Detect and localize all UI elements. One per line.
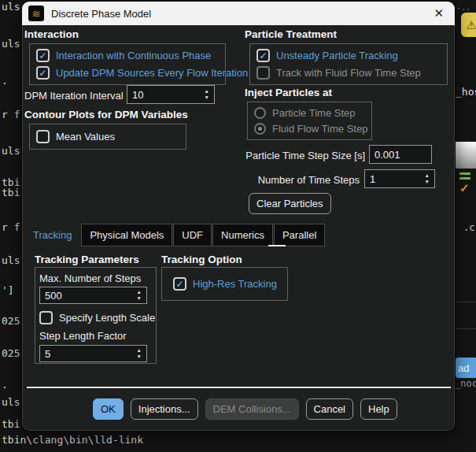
console-fragment: _noc <box>455 378 476 389</box>
checkbox-update-dpm-sources[interactable]: ✓ Update DPM Sources Every Flow Iteratio… <box>36 66 219 80</box>
console-fragment: tbi <box>2 418 20 430</box>
orange-check-icon: ✓ <box>459 182 475 194</box>
console-fragment: '] <box>2 284 14 296</box>
dialog-titlebar[interactable]: ≋ Discrete Phase Model ✕ <box>22 2 455 25</box>
warning-badge[interactable]: ⚠ <box>461 13 476 37</box>
injections-button[interactable]: Injections... <box>131 398 198 420</box>
dialog-title: Discrete Phase Model <box>51 8 151 20</box>
spinner-down-icon[interactable]: ▼ <box>205 95 209 101</box>
console-fragment: r f <box>2 109 20 120</box>
step-length-factor-label: Step Length Factor <box>39 330 152 342</box>
console-fragment: .c <box>463 222 474 233</box>
footer-buttons: OK Injections... DEM Collisions... Cance… <box>23 398 454 420</box>
tracking-parameters-header: Tracking Parameters <box>35 254 139 265</box>
interaction-header: Interaction <box>24 28 79 40</box>
warning-icon: ⚠ <box>467 19 476 31</box>
checkmark-icon: ✓ <box>39 69 46 78</box>
spinner-down-icon[interactable]: ▼ <box>137 354 142 360</box>
console-fragment: . <box>2 379 8 391</box>
tracking-option-groupbox: ✓ High-Res Tracking <box>161 267 288 301</box>
checkmark-icon: ✓ <box>259 51 267 61</box>
particle-time-step-size-label: Particle Time Step Size [s] <box>239 150 365 161</box>
console-fragment: . <box>2 75 8 87</box>
max-number-of-steps-stepper[interactable]: 500 ▲ ▼ <box>39 287 147 304</box>
checkbox-specify-length-scale[interactable]: Specify Length Scale <box>39 311 152 324</box>
particle-time-step-size-input[interactable]: 0.001 <box>369 145 432 164</box>
console-fragment: tbi <box>2 187 20 198</box>
checkmark-icon: ✓ <box>39 51 46 61</box>
console-fragment: 025 <box>2 315 20 327</box>
tab-tracking[interactable]: Tracking <box>24 224 80 246</box>
checkbox-track-fluid-flow-time-step[interactable]: Track with Fluid Flow Time Step <box>256 66 441 80</box>
tab-parallel[interactable]: Parallel <box>274 224 325 246</box>
clear-particles-button[interactable]: Clear Particles <box>249 193 331 214</box>
inject-groupbox: Particle Time Step Fluid Flow Time Step <box>247 102 372 140</box>
console-fragment: uls <box>2 145 20 157</box>
console-fragment: _hos <box>456 86 476 98</box>
tab-physical-models[interactable]: Physical Models <box>81 224 172 246</box>
spinner-down-icon[interactable]: ▼ <box>425 180 430 185</box>
number-of-time-steps-stepper[interactable]: 1 ▲ ▼ <box>364 169 435 188</box>
load-button-fragment[interactable]: ad <box>455 358 476 378</box>
divider <box>455 328 476 329</box>
close-icon[interactable]: ✕ <box>432 6 445 20</box>
task-list-icon: ✓ <box>459 172 475 194</box>
spinner-up-icon[interactable]: ▲ <box>137 290 142 295</box>
checkbox-mean-values[interactable]: Mean Values <box>36 130 179 143</box>
tab-bar: Tracking Physical Models UDF Numerics Pa… <box>24 224 326 246</box>
contour-groupbox: Mean Values <box>29 124 186 150</box>
particle-treatment-groupbox: ✓ Unsteady Particle Tracking Track with … <box>249 43 448 85</box>
interaction-groupbox: ✓ Interaction with Continuous Phase ✓ Up… <box>29 43 226 85</box>
console-fragment: r f <box>2 221 20 233</box>
footer-separator <box>27 387 451 388</box>
checkmark-icon: ✓ <box>175 280 183 289</box>
dialog-body: Interaction ✓ Interaction with Continuou… <box>22 25 455 431</box>
dpm-iteration-interval-stepper[interactable]: 10 ▲ ▼ <box>127 85 215 104</box>
discrete-phase-model-dialog: ≋ Discrete Phase Model ✕ Interaction ✓ I… <box>22 2 455 431</box>
dem-collisions-button[interactable]: DEM Collisions... <box>205 398 299 420</box>
particle-treatment-header: Particle Treatment <box>245 28 337 40</box>
spinner-up-icon[interactable]: ▲ <box>205 89 209 94</box>
dpm-iteration-interval-label: DPM Iteration Interval <box>24 90 124 102</box>
checkbox-interaction-continuous-phase[interactable]: ✓ Interaction with Continuous Phase <box>36 49 219 62</box>
max-number-of-steps-label: Max. Number of Steps <box>39 272 152 284</box>
console-fragment: uls <box>2 254 20 266</box>
console-fragment: 025 <box>2 347 20 359</box>
tab-numerics[interactable]: Numerics <box>212 224 273 246</box>
tab-udf[interactable]: UDF <box>173 224 212 246</box>
inject-particles-header: Inject Particles at <box>245 87 332 98</box>
tracking-option-header: Tracking Option <box>161 254 242 265</box>
radio-particle-time-step[interactable]: Particle Time Step <box>254 107 365 119</box>
console-fragment: uls <box>2 38 20 50</box>
checkbox-high-res-tracking[interactable]: ✓ High-Res Tracking <box>173 277 281 291</box>
cancel-button[interactable]: Cancel <box>306 398 353 420</box>
tab-underline <box>268 245 286 246</box>
console-path-line: tbin\clang\bin\lld-link <box>2 434 143 446</box>
spinner-up-icon[interactable]: ▲ <box>137 348 142 354</box>
tracking-parameters-groupbox: Max. Number of Steps 500 ▲ ▼ Specify Len… <box>35 267 157 364</box>
step-length-factor-stepper[interactable]: 5 ▲ ▼ <box>39 345 147 362</box>
fluent-logo-icon: ≋ <box>28 6 44 21</box>
spinner-down-icon[interactable]: ▼ <box>137 296 142 302</box>
console-fragment: -.. <box>456 3 470 12</box>
contour-plots-header: Contour Plots for DPM Variables <box>24 109 188 120</box>
console-fragment: uls <box>2 1 20 13</box>
divider <box>455 302 476 302</box>
number-of-time-steps-label: Number of Time Steps <box>243 174 360 186</box>
spinner-up-icon[interactable]: ▲ <box>425 173 430 179</box>
help-button[interactable]: Help <box>360 398 397 420</box>
ok-button[interactable]: OK <box>93 398 124 420</box>
scrollbar-thumb[interactable] <box>455 142 476 169</box>
console-fragment: uls <box>2 396 20 408</box>
checkbox-unsteady-particle-tracking[interactable]: ✓ Unsteady Particle Tracking <box>256 49 441 62</box>
radio-fluid-flow-time-step[interactable]: Fluid Flow Time Step <box>254 123 365 135</box>
